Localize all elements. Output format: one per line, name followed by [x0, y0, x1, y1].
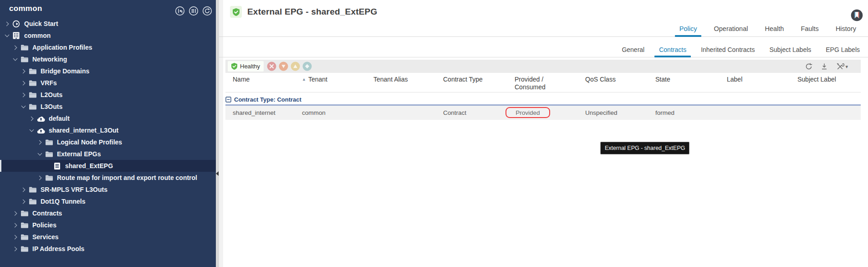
download-icon[interactable] — [820, 62, 828, 71]
sidebar-splitter[interactable] — [216, 0, 219, 267]
sidebar-item-vrfs[interactable]: VRFs — [0, 77, 216, 89]
sidebar-item-shared-extepg[interactable]: shared_ExtEPG — [0, 160, 216, 172]
sidebar-item-label: Application Profiles — [32, 41, 92, 53]
chevron-right-icon[interactable] — [29, 116, 34, 121]
column-header-label-line2: Consumed — [515, 83, 546, 91]
tab-health[interactable]: Health — [765, 21, 784, 36]
folder-icon — [28, 104, 37, 110]
sidebar-item-contracts[interactable]: Contracts — [0, 207, 216, 219]
sidebar-item-label: Policies — [32, 219, 56, 231]
sidebar-item-external-epgs[interactable]: External EPGs — [0, 148, 216, 160]
sidebar-item-common[interactable]: common — [0, 30, 216, 41]
column-header-label: Tenant — [308, 76, 327, 83]
chevron-down-icon[interactable] — [13, 56, 18, 61]
column-header-name[interactable]: Name — [233, 76, 250, 83]
sidebar-item-route-map-for-import-and-export-route-control[interactable]: Route map for import and export route co… — [0, 172, 216, 184]
sidebar-item-bridge-domains[interactable]: Bridge Domains — [0, 65, 216, 77]
column-header-label: Provided / — [515, 76, 543, 83]
group-row-label: Contract Type: Contract — [234, 96, 301, 103]
tab-epg-labels[interactable]: EPG Labels — [826, 42, 860, 57]
column-header-label[interactable]: Label — [727, 76, 742, 83]
column-header-provided[interactable]: Provided /Consumed — [515, 76, 546, 91]
tab-subject-labels[interactable]: Subject Labels — [769, 42, 811, 57]
sidebar-item-default[interactable]: default — [0, 113, 216, 124]
fault-critical-icon[interactable] — [267, 62, 276, 71]
chevron-right-icon[interactable] — [13, 246, 17, 251]
chevron-down-icon[interactable] — [38, 151, 42, 156]
column-header-contract-type[interactable]: Contract Type — [443, 76, 483, 83]
chevron-right-icon[interactable] — [21, 187, 26, 192]
sidebar-item-label: shared_internet_L3Out — [49, 124, 118, 136]
sidebar-header-icons — [175, 6, 212, 16]
column-header-label: State — [655, 76, 670, 83]
folder-icon — [44, 139, 54, 145]
tab-general[interactable]: General — [622, 42, 644, 57]
actions-menu-icon[interactable]: ▾ — [836, 62, 848, 71]
work-pane: External EPG - shared_ExtEPG PolicyOpera… — [219, 0, 868, 267]
sidebar-item-services[interactable]: Services — [0, 231, 216, 243]
fault-warning-icon[interactable] — [302, 62, 312, 71]
sidebar-item-ip-address-pools[interactable]: IP Address Pools — [0, 243, 216, 255]
chevron-right-icon[interactable] — [5, 21, 9, 26]
column-header-state[interactable]: State — [655, 76, 670, 83]
chevron-right-icon[interactable] — [37, 140, 42, 144]
column-header-qos-class[interactable]: QoS Class — [585, 76, 616, 83]
tab-faults[interactable]: Faults — [801, 21, 819, 36]
group-row-contract-type[interactable]: Contract Type: Contract — [225, 95, 301, 103]
collapse-sidebar-icon[interactable] — [216, 171, 219, 176]
refresh-icon[interactable] — [805, 62, 813, 71]
chevron-right-icon[interactable] — [13, 211, 17, 216]
tab-policy[interactable]: Policy — [679, 21, 697, 36]
refresh-tree-icon[interactable] — [202, 6, 212, 16]
collapse-all-icon[interactable] — [175, 6, 185, 16]
sidebar-item-application-profiles[interactable]: Application Profiles — [0, 41, 216, 53]
chevron-right-icon[interactable] — [13, 223, 17, 227]
cell-provided-consumed[interactable]: Provided — [516, 109, 540, 116]
chevron-right-icon[interactable] — [21, 92, 26, 97]
chevron-right-icon[interactable] — [21, 81, 26, 85]
tab-inherited-contracts[interactable]: Inherited Contracts — [701, 42, 755, 57]
chevron-right-icon[interactable] — [13, 235, 17, 239]
fault-major-icon[interactable] — [279, 62, 288, 71]
chevron-down-icon[interactable] — [5, 33, 10, 37]
tab-operational[interactable]: Operational — [714, 21, 748, 36]
chevron-right-icon[interactable] — [13, 45, 17, 50]
sidebar-item-label: External EPGs — [57, 148, 101, 160]
main-tab-bar: PolicyOperationalHealthFaultsHistory — [219, 21, 868, 37]
table-row[interactable]: shared_internetcommonContractProvidedUns… — [225, 106, 861, 120]
sidebar-item-sr-mpls-vrf-l3outs[interactable]: SR-MPLS VRF L3Outs — [0, 184, 216, 195]
chevron-right-icon[interactable] — [21, 69, 26, 73]
sidebar-item-quick-start[interactable]: Quick Start — [0, 18, 216, 30]
chevron-right-icon[interactable] — [37, 175, 42, 180]
collapse-group-icon[interactable] — [225, 97, 231, 103]
tree-options-icon[interactable] — [189, 6, 199, 16]
bookmark-icon[interactable] — [851, 9, 863, 21]
folder-icon — [28, 187, 37, 193]
sidebar-item-label: L3Outs — [41, 101, 62, 113]
apic-window: common Quick StartcommonApplication Prof… — [0, 0, 868, 267]
folder-icon — [20, 234, 29, 240]
column-header-tenant[interactable]: ▲Tenant — [302, 76, 327, 83]
sidebar-item-policies[interactable]: Policies — [0, 219, 216, 231]
tab-contracts[interactable]: Contracts — [659, 42, 686, 57]
chevron-down-icon[interactable] — [21, 104, 26, 108]
column-header-tenant-alias[interactable]: Tenant Alias — [373, 76, 408, 83]
sidebar-item-networking[interactable]: Networking — [0, 53, 216, 65]
sidebar-item-logical-node-profiles[interactable]: Logical Node Profiles — [0, 136, 216, 148]
chevron-down-icon[interactable] — [30, 128, 34, 132]
sidebar-item-shared-internet-l3out[interactable]: shared_internet_L3Out — [0, 124, 216, 136]
sidebar-item-dot1q-tunnels[interactable]: Dot1Q Tunnels — [0, 195, 216, 207]
sidebar-item-l2outs[interactable]: L2Outs — [0, 89, 216, 101]
fault-minor-icon[interactable] — [291, 62, 300, 71]
health-status-badge[interactable]: Healthy — [228, 61, 264, 72]
sidebar-item-l3outs[interactable]: L3Outs — [0, 101, 216, 113]
tab-history[interactable]: History — [836, 21, 856, 36]
sidebar-item-label: VRFs — [41, 77, 57, 89]
cloud-icon — [36, 116, 46, 122]
table-header-row: Name▲TenantTenant AliasContract TypeProv… — [225, 73, 861, 92]
column-header-subject-label[interactable]: Subject Label — [797, 76, 836, 83]
folder-icon — [20, 222, 29, 228]
cell-qos-class: Unspecified — [585, 109, 618, 116]
chevron-right-icon[interactable] — [21, 199, 26, 204]
page-title: External EPG - shared_ExtEPG — [247, 7, 377, 17]
